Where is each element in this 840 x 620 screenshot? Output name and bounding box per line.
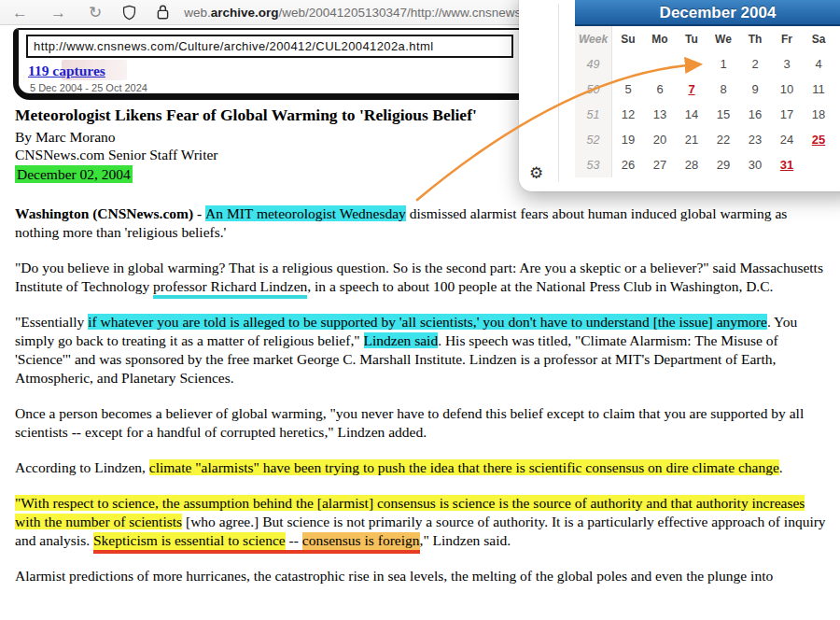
calendar-day: 3: [771, 51, 803, 77]
calendar-day: 4: [803, 51, 834, 77]
calendar-day: 29: [707, 152, 739, 177]
annotated-text-segment: --: [286, 532, 302, 554]
annotated-text-segment: Washington (CNSNews.com) -: [15, 205, 205, 221]
calendar-day: [644, 51, 676, 77]
article-date-highlighted: December 02, 2004: [15, 165, 133, 183]
settings-gear-icon[interactable]: ⚙: [529, 165, 543, 181]
calendar-title: December 2004: [575, 0, 840, 26]
calendar-day: 22: [707, 127, 739, 152]
wayback-url-input[interactable]: [26, 35, 513, 58]
article-paragraph: Washington (CNSNews.com) - An MIT meteor…: [15, 204, 827, 242]
text-segment: Alarmist predictions of more hurricanes,…: [15, 568, 773, 584]
calendar-day: 13: [644, 102, 676, 127]
calendar-week-number: 50: [575, 77, 612, 102]
address-bar[interactable]: web.archive.org/web/20041205130347/http:…: [184, 6, 531, 20]
calendar-day-header: Su: [612, 26, 644, 52]
annotated-text-segment: An MIT meteorologist Wednesday: [205, 205, 406, 221]
calendar-day: 5: [612, 77, 644, 102]
calendar-day-header: Fr: [771, 26, 803, 52]
calendar-day: 18: [803, 102, 834, 127]
calendar-day: 26: [612, 152, 644, 177]
calendar-day: 2: [739, 51, 771, 77]
calendar-day-header: We: [707, 26, 739, 52]
calendar-day: 9: [739, 77, 771, 102]
calendar-week-column-header: Week: [575, 26, 612, 52]
captures-link[interactable]: 119 captures: [28, 63, 105, 79]
calendar-day: 12: [612, 102, 644, 127]
text-segment: .: [779, 459, 783, 475]
article-paragraph: "Essentially if whatever you are told is…: [15, 313, 827, 388]
url-domain: archive.org: [211, 6, 279, 20]
text-segment: According to Lindzen,: [15, 459, 149, 475]
url-path: /web/20041205130347/http://www.cnsnews.c: [279, 6, 531, 20]
calendar-day: 21: [676, 127, 707, 152]
text-segment: ," Lindzen said.: [420, 532, 511, 548]
calendar-day-header: Sa: [803, 26, 834, 52]
calendar-week-number: 53: [575, 152, 612, 177]
article-paragraph: "Do you believe in global warming? That …: [15, 259, 827, 296]
calendar-day: 19: [612, 127, 644, 152]
calendar-capture-day[interactable]: 31: [771, 152, 803, 177]
calendar-day: [676, 51, 707, 77]
calendar-day: 14: [676, 102, 707, 127]
calendar-day: 17: [771, 102, 803, 127]
calendar-week-number: 49: [575, 51, 612, 77]
annotated-text-segment: professor Richard Lindzen: [153, 278, 307, 299]
calendar-day-header: Tu: [676, 26, 707, 52]
calendar-day: 24: [771, 127, 803, 152]
calendar-day-header: Th: [739, 26, 771, 52]
calendar-day: 11: [803, 77, 834, 102]
annotated-text-segment: consensus is foreign: [302, 532, 420, 554]
lock-icon[interactable]: [157, 5, 169, 20]
calendar-day: 1: [707, 51, 739, 77]
calendar-capture-day[interactable]: 7: [676, 77, 707, 102]
calendar-week-number: 51: [575, 102, 612, 127]
calendar-day: 16: [739, 102, 771, 127]
calendar-capture-day[interactable]: 25: [803, 127, 834, 152]
calendar-day: 15: [707, 102, 739, 127]
calendar-week-number: 52: [575, 127, 612, 152]
calendar-day: [803, 152, 834, 177]
wayback-panel: 119 captures 5 Dec 2004 - 25 Oct 2024: [13, 28, 521, 100]
article-paragraph: "With respect to science, the assumption…: [15, 494, 827, 550]
article-paragraph: According to Lindzen, climate "alarmists…: [15, 458, 827, 477]
calendar-day: [612, 51, 644, 77]
calendar-day: 30: [739, 152, 771, 177]
reload-button[interactable]: ↻: [89, 5, 102, 21]
text-segment: "Essentially: [15, 314, 88, 330]
url-prefix: web.: [184, 6, 211, 20]
calendar-day: 8: [707, 77, 739, 102]
annotated-text-segment: if whatever you are told is alleged to b…: [88, 314, 767, 330]
calendar-day: 6: [644, 77, 676, 102]
calendar-divider: [558, 4, 559, 182]
calendar-day: 10: [771, 77, 803, 102]
article-body: Washington (CNSNews.com) - An MIT meteor…: [15, 204, 827, 585]
calendar-day: 20: [644, 127, 676, 152]
calendar-day-header: Mo: [644, 26, 676, 52]
calendar-day: 23: [739, 127, 771, 152]
shield-icon[interactable]: [122, 5, 136, 21]
calendar-day: 27: [644, 152, 676, 177]
forward-button[interactable]: →: [50, 5, 66, 21]
calendar-day: 28: [676, 152, 707, 177]
text-segment: , in a speech to about 100 people at the…: [307, 278, 773, 294]
annotated-text-segment: Skepticism is essential to science: [93, 532, 286, 554]
article-paragraph: Once a person becomes a believer of glob…: [15, 404, 827, 442]
annotated-text-segment: Lindzen said: [364, 332, 439, 348]
annotated-text-segment: climate "alarmists" have been trying to …: [149, 459, 779, 475]
calendar-grid: WeekSuMoTuWeThFrSa4912345056789101151121…: [575, 26, 834, 177]
captures-date-range: 5 Dec 2004 - 25 Oct 2024: [30, 82, 147, 93]
text-segment: Once a person becomes a believer of glob…: [15, 405, 804, 440]
back-button[interactable]: ←: [12, 5, 28, 21]
article-paragraph: Alarmist predictions of more hurricanes,…: [15, 567, 827, 585]
calendar-popup: ⚙ December 2004 WeekSuMoTuWeThFrSa491234…: [519, 0, 840, 191]
